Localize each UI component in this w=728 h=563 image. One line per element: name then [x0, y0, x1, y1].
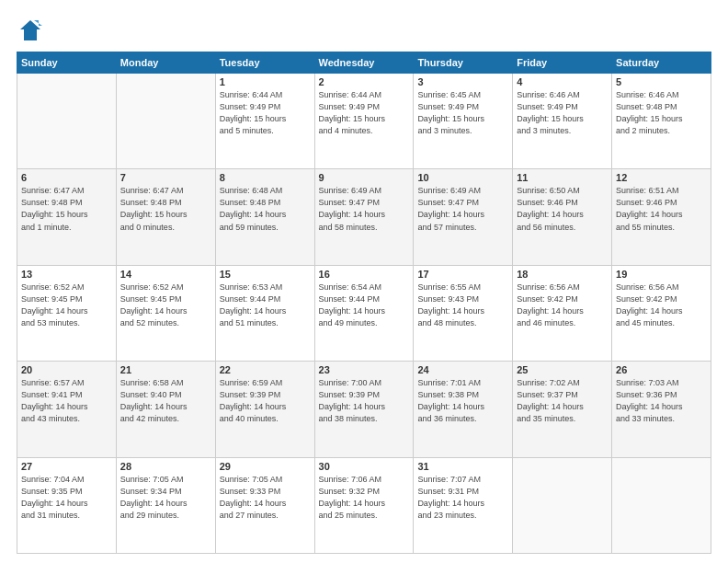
day-number: 16: [319, 269, 410, 280]
calendar-cell: [116, 74, 215, 169]
day-detail: Sunrise: 6:44 AM Sunset: 9:49 PM Dayligh…: [319, 89, 410, 137]
day-detail: Sunrise: 6:56 AM Sunset: 9:42 PM Dayligh…: [517, 282, 608, 329]
calendar-table: SundayMondayTuesdayWednesdayThursdayFrid…: [17, 52, 711, 554]
day-number: 23: [319, 364, 410, 375]
calendar-cell: 4Sunrise: 6:46 AM Sunset: 9:49 PM Daylig…: [513, 74, 612, 169]
day-number: 14: [120, 269, 211, 280]
header: [17, 17, 711, 44]
day-number: 1: [220, 76, 311, 87]
calendar-cell: 25Sunrise: 7:02 AM Sunset: 9:37 PM Dayli…: [513, 362, 612, 457]
day-number: 24: [417, 364, 508, 375]
day-detail: Sunrise: 6:55 AM Sunset: 9:43 PM Dayligh…: [417, 282, 508, 329]
calendar-cell: 6Sunrise: 6:47 AM Sunset: 9:48 PM Daylig…: [17, 169, 117, 265]
day-detail: Sunrise: 6:45 AM Sunset: 9:49 PM Dayligh…: [417, 89, 508, 137]
calendar-cell: 18Sunrise: 6:56 AM Sunset: 9:42 PM Dayli…: [513, 265, 612, 361]
day-detail: Sunrise: 6:48 AM Sunset: 9:48 PM Dayligh…: [220, 185, 311, 233]
day-number: 19: [616, 269, 707, 280]
day-number: 21: [120, 364, 211, 375]
calendar-cell: 28Sunrise: 7:05 AM Sunset: 9:34 PM Dayli…: [116, 457, 215, 553]
calendar-cell: 16Sunrise: 6:54 AM Sunset: 9:44 PM Dayli…: [314, 265, 414, 361]
day-number: 5: [616, 76, 707, 87]
calendar-cell: 13Sunrise: 6:52 AM Sunset: 9:45 PM Dayli…: [17, 265, 117, 361]
day-number: 18: [517, 269, 608, 280]
day-number: 7: [120, 172, 211, 183]
calendar-cell: 20Sunrise: 6:57 AM Sunset: 9:41 PM Dayli…: [17, 362, 117, 457]
day-number: 11: [517, 172, 608, 183]
day-number: 2: [319, 76, 410, 87]
day-detail: Sunrise: 7:07 AM Sunset: 9:31 PM Dayligh…: [417, 474, 508, 522]
day-detail: Sunrise: 6:50 AM Sunset: 9:46 PM Dayligh…: [517, 185, 608, 233]
day-detail: Sunrise: 6:56 AM Sunset: 9:42 PM Dayligh…: [616, 282, 707, 329]
day-detail: Sunrise: 6:52 AM Sunset: 9:45 PM Dayligh…: [120, 282, 211, 329]
day-number: 31: [417, 461, 508, 472]
day-detail: Sunrise: 7:03 AM Sunset: 9:36 PM Dayligh…: [616, 377, 707, 425]
col-header-monday: Monday: [116, 52, 215, 74]
svg-marker-0: [20, 20, 40, 40]
calendar-week-row: 6Sunrise: 6:47 AM Sunset: 9:48 PM Daylig…: [17, 169, 711, 265]
day-number: 25: [517, 364, 608, 375]
calendar-header-row: SundayMondayTuesdayWednesdayThursdayFrid…: [17, 52, 711, 74]
day-detail: Sunrise: 6:57 AM Sunset: 9:41 PM Dayligh…: [21, 377, 112, 425]
day-detail: Sunrise: 6:58 AM Sunset: 9:40 PM Dayligh…: [120, 377, 211, 425]
calendar-cell: 8Sunrise: 6:48 AM Sunset: 9:48 PM Daylig…: [215, 169, 314, 265]
day-number: 6: [21, 172, 112, 183]
day-number: 15: [220, 269, 311, 280]
calendar-cell: [513, 457, 612, 553]
logo: [17, 17, 48, 44]
day-number: 30: [319, 461, 410, 472]
day-number: 22: [220, 364, 311, 375]
calendar-cell: 14Sunrise: 6:52 AM Sunset: 9:45 PM Dayli…: [116, 265, 215, 361]
day-detail: Sunrise: 6:54 AM Sunset: 9:44 PM Dayligh…: [319, 282, 410, 329]
calendar-week-row: 1Sunrise: 6:44 AM Sunset: 9:49 PM Daylig…: [17, 74, 711, 169]
day-detail: Sunrise: 7:00 AM Sunset: 9:39 PM Dayligh…: [319, 377, 410, 425]
calendar-cell: 10Sunrise: 6:49 AM Sunset: 9:47 PM Dayli…: [414, 169, 513, 265]
calendar-cell: 17Sunrise: 6:55 AM Sunset: 9:43 PM Dayli…: [414, 265, 513, 361]
calendar-cell: 7Sunrise: 6:47 AM Sunset: 9:48 PM Daylig…: [116, 169, 215, 265]
day-number: 9: [319, 172, 410, 183]
day-number: 4: [517, 76, 608, 87]
calendar-cell: 5Sunrise: 6:46 AM Sunset: 9:48 PM Daylig…: [612, 74, 711, 169]
day-detail: Sunrise: 7:06 AM Sunset: 9:32 PM Dayligh…: [319, 474, 410, 522]
calendar-cell: 30Sunrise: 7:06 AM Sunset: 9:32 PM Dayli…: [314, 457, 414, 553]
col-header-saturday: Saturday: [612, 52, 711, 74]
calendar-cell: 11Sunrise: 6:50 AM Sunset: 9:46 PM Dayli…: [513, 169, 612, 265]
day-detail: Sunrise: 6:49 AM Sunset: 9:47 PM Dayligh…: [319, 185, 410, 233]
day-detail: Sunrise: 7:05 AM Sunset: 9:33 PM Dayligh…: [220, 474, 311, 522]
calendar-cell: 24Sunrise: 7:01 AM Sunset: 9:38 PM Dayli…: [414, 362, 513, 457]
day-detail: Sunrise: 6:47 AM Sunset: 9:48 PM Dayligh…: [120, 185, 211, 233]
calendar-week-row: 13Sunrise: 6:52 AM Sunset: 9:45 PM Dayli…: [17, 265, 711, 361]
day-number: 3: [417, 76, 508, 87]
calendar-cell: 15Sunrise: 6:53 AM Sunset: 9:44 PM Dayli…: [215, 265, 314, 361]
calendar-cell: 27Sunrise: 7:04 AM Sunset: 9:35 PM Dayli…: [17, 457, 117, 553]
day-detail: Sunrise: 7:05 AM Sunset: 9:34 PM Dayligh…: [120, 474, 211, 522]
day-number: 13: [21, 269, 112, 280]
day-number: 17: [417, 269, 508, 280]
calendar-cell: 12Sunrise: 6:51 AM Sunset: 9:46 PM Dayli…: [612, 169, 711, 265]
calendar-cell: 9Sunrise: 6:49 AM Sunset: 9:47 PM Daylig…: [314, 169, 414, 265]
day-detail: Sunrise: 6:53 AM Sunset: 9:44 PM Dayligh…: [220, 282, 311, 329]
day-detail: Sunrise: 6:51 AM Sunset: 9:46 PM Dayligh…: [616, 185, 707, 233]
calendar-cell: 22Sunrise: 6:59 AM Sunset: 9:39 PM Dayli…: [215, 362, 314, 457]
day-detail: Sunrise: 6:59 AM Sunset: 9:39 PM Dayligh…: [220, 377, 311, 425]
calendar-cell: [612, 457, 711, 553]
day-detail: Sunrise: 6:44 AM Sunset: 9:49 PM Dayligh…: [220, 89, 311, 137]
calendar-cell: 29Sunrise: 7:05 AM Sunset: 9:33 PM Dayli…: [215, 457, 314, 553]
day-number: 12: [616, 172, 707, 183]
calendar-cell: [17, 74, 117, 169]
col-header-sunday: Sunday: [17, 52, 117, 74]
day-detail: Sunrise: 7:02 AM Sunset: 9:37 PM Dayligh…: [517, 377, 608, 425]
day-detail: Sunrise: 6:46 AM Sunset: 9:49 PM Dayligh…: [517, 89, 608, 137]
calendar-cell: 19Sunrise: 6:56 AM Sunset: 9:42 PM Dayli…: [612, 265, 711, 361]
day-detail: Sunrise: 7:04 AM Sunset: 9:35 PM Dayligh…: [21, 474, 112, 522]
day-detail: Sunrise: 6:47 AM Sunset: 9:48 PM Dayligh…: [21, 185, 112, 233]
day-number: 8: [220, 172, 311, 183]
calendar-cell: 3Sunrise: 6:45 AM Sunset: 9:49 PM Daylig…: [414, 74, 513, 169]
day-number: 27: [21, 461, 112, 472]
day-detail: Sunrise: 7:01 AM Sunset: 9:38 PM Dayligh…: [417, 377, 508, 425]
day-number: 20: [21, 364, 112, 375]
day-number: 29: [220, 461, 311, 472]
calendar-cell: 26Sunrise: 7:03 AM Sunset: 9:36 PM Dayli…: [612, 362, 711, 457]
calendar-week-row: 27Sunrise: 7:04 AM Sunset: 9:35 PM Dayli…: [17, 457, 711, 553]
col-header-friday: Friday: [513, 52, 612, 74]
day-number: 10: [417, 172, 508, 183]
